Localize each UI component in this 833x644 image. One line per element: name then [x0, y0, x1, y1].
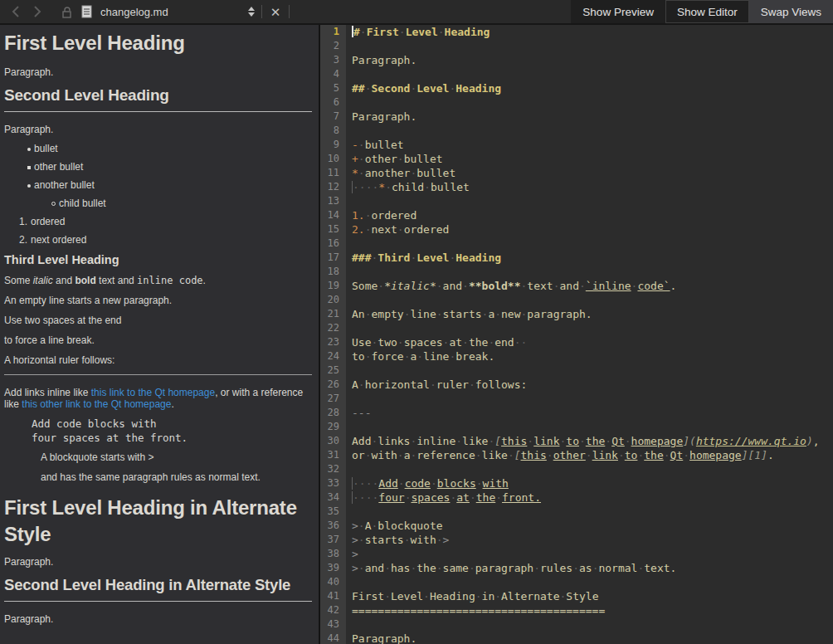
code-line[interactable]: 33····Add·code·blocks·with [320, 476, 833, 490]
preview-paragraph: Paragraph. [4, 124, 312, 135]
close-document-icon[interactable]: ✕ [269, 6, 283, 18]
syntax-token-t: Add·links·inline·like· [352, 435, 494, 447]
preview-h2-alternate: Second Level Heading in Alternate Style [4, 576, 312, 602]
code-line[interactable]: 34····four·spaces·at·the·front. [320, 490, 833, 505]
line-number: 14 [320, 208, 346, 222]
code-line[interactable]: 26A·horizontal·ruler·follows: [320, 378, 833, 392]
whitespace-dot: · [404, 349, 411, 363]
code-line[interactable]: 35 [320, 505, 833, 519]
code-line-content: to·force·a·line·break. [346, 349, 494, 363]
unlock-icon[interactable] [61, 6, 73, 18]
whitespace-dot: · [410, 561, 416, 575]
qt-homepage-reference-link[interactable]: this other link to the Qt homepage [22, 398, 171, 410]
code-line[interactable]: 38> [320, 547, 833, 561]
code-line[interactable]: 4 [320, 67, 833, 81]
whitespace-dot: · [605, 434, 611, 448]
code-line[interactable]: 7Paragraph. [320, 110, 833, 124]
whitespace-dot: · [476, 476, 483, 490]
code-line[interactable]: 39>·and·has·the·same·paragraph·rules·as·… [320, 561, 833, 575]
back-icon[interactable] [7, 2, 25, 21]
code-line[interactable]: 31or·with·a·reference·like·[this·other·l… [320, 448, 833, 462]
code-line-content: First·Level·Heading·in·Alternate·Style [346, 589, 598, 603]
ordered-item: 1.ordered [19, 217, 312, 227]
syntax-token-br: ][1] [742, 449, 767, 461]
line-number: 23 [320, 335, 346, 349]
code-line[interactable]: 37>·starts·with·> [320, 533, 833, 547]
whitespace-dot: · [371, 251, 378, 265]
syntax-token-m: * [378, 181, 385, 193]
code-line[interactable]: 8 [320, 124, 833, 138]
swap-views-button[interactable]: Swap Views [749, 0, 833, 23]
disc-bullet-marker [27, 184, 31, 188]
whitespace-dot: · [436, 561, 443, 575]
preview-paragraph: A horizontal ruler follows: [4, 354, 312, 366]
code-line[interactable]: 1#·First·Level·Heading [320, 25, 833, 39]
code-line[interactable]: 36>·A·blockquote [320, 519, 833, 533]
code-line[interactable]: 9-·bullet [320, 138, 833, 152]
code-line-content: An·empty·line·starts·a·new·paragraph. [346, 307, 592, 321]
line-number: 42 [320, 603, 346, 617]
show-preview-button[interactable]: Show Preview [571, 0, 665, 23]
code-line[interactable]: 28--- [320, 406, 833, 420]
code-line[interactable]: 10+·other·bullet [320, 152, 833, 166]
code-line[interactable]: 27 [320, 392, 833, 406]
show-editor-button[interactable]: Show Editor [665, 0, 749, 23]
code-line[interactable]: 16 [320, 237, 833, 251]
code-line[interactable]: 22 [320, 321, 833, 335]
code-line[interactable]: 24to·force·a·line·break. [320, 349, 833, 363]
code-line[interactable]: 5##·Second·Level·Heading [320, 81, 833, 95]
forward-icon[interactable] [28, 2, 46, 21]
syntax-token-t: Paragraph. [352, 110, 416, 123]
spin-up-icon[interactable] [248, 7, 255, 11]
code-line[interactable]: 12····*·child·bullet [320, 180, 833, 194]
code-line[interactable]: 23Use·two·spaces·at·the·end·· [320, 335, 833, 349]
code-line[interactable]: 44Paragraph. [320, 632, 833, 644]
code-line[interactable]: 19Some·*italic*·and·**bold**·text·and·`i… [320, 279, 833, 293]
whitespace-dot: · [358, 533, 365, 547]
code-line[interactable]: 17###·Third·Level·Heading [320, 251, 833, 265]
code-line[interactable]: 6 [320, 95, 833, 110]
code-line-content: > [346, 547, 358, 561]
code-line[interactable]: 2 [320, 39, 833, 53]
code-line[interactable]: 41First·Level·Heading·in·Alternate·Style [320, 589, 833, 603]
file-selector-spinner-icon[interactable] [248, 7, 255, 17]
code-line[interactable]: 42======================================… [320, 603, 833, 617]
line-number: 8 [320, 124, 346, 138]
code-line[interactable]: 32 [320, 462, 833, 476]
code-line[interactable]: 18 [320, 265, 833, 279]
whitespace-dot: · [365, 208, 372, 222]
code-line[interactable]: 30Add·links·inline·like·[this·link·to·th… [320, 434, 833, 448]
code-line[interactable]: 20 [320, 293, 833, 307]
code-line[interactable]: 152.·next·ordered [320, 222, 833, 237]
line-number: 4 [320, 67, 346, 81]
list-item: other bullet [27, 162, 312, 173]
syntax-token-t: ·starts·with· [358, 534, 443, 546]
whitespace-dot: · [365, 222, 372, 237]
code-line[interactable]: 43 [320, 617, 833, 632]
whitespace-dot: · [360, 25, 367, 39]
syntax-token-g: > [352, 548, 358, 560]
line-number: 7 [320, 110, 346, 124]
syntax-token-br: [ [494, 435, 501, 447]
bold-text: bold [75, 275, 95, 286]
code-line-content: 2.·next·ordered [346, 222, 449, 237]
code-line[interactable]: 3Paragraph. [320, 53, 833, 67]
code-line[interactable]: 25 [320, 363, 833, 378]
qt-homepage-link[interactable]: this link to the Qt homepage [91, 387, 215, 398]
whitespace-dot: · [469, 378, 475, 392]
spin-down-icon[interactable] [248, 12, 255, 17]
markdown-preview-pane[interactable]: First Level Heading Paragraph. Second Le… [0, 25, 319, 644]
code-line[interactable]: 13 [320, 194, 833, 208]
code-line[interactable]: 29 [320, 420, 833, 434]
preview-bullet-list: bullet other bullet another bullet child… [4, 144, 312, 209]
code-line[interactable]: 40 [320, 575, 833, 589]
code-line[interactable]: 141.·ordered [320, 208, 833, 222]
code-line[interactable]: 21An·empty·line·starts·a·new·paragraph. [320, 307, 833, 321]
whitespace-dot: · [366, 180, 373, 194]
circle-bullet-marker [51, 202, 56, 206]
code-line[interactable]: 11*·another·bullet [320, 166, 833, 180]
markdown-editor-pane[interactable]: 1#·First·Level·Heading23Paragraph.45##·S… [320, 25, 833, 644]
whitespace-dot: · [397, 222, 404, 237]
whitespace-dot: · [482, 307, 489, 321]
open-file-name[interactable]: changelog.md [100, 6, 168, 18]
